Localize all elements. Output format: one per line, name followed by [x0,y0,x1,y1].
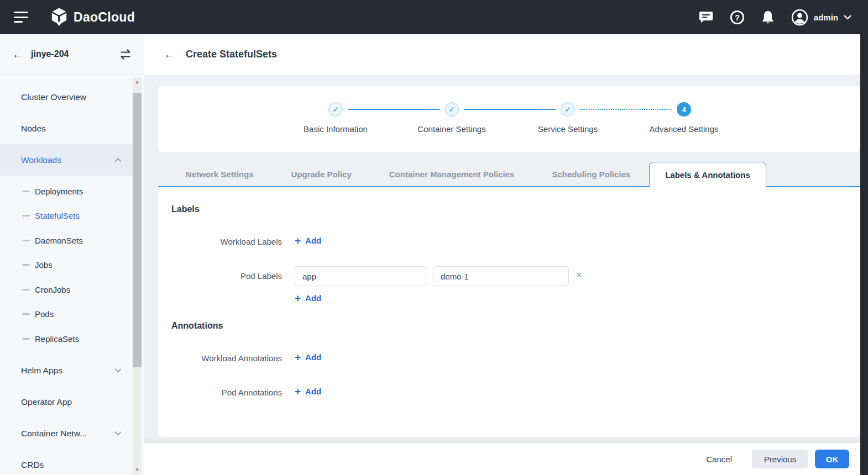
sidebar-item-pods[interactable]: Pods [0,302,133,327]
footer-action-bar: Cancel Previous OK [144,443,860,475]
notifications-bell-icon[interactable] [761,10,775,25]
ok-button[interactable]: OK [815,450,849,468]
avatar [791,9,808,26]
step-container-settings[interactable]: ✓ Container Settings [402,102,501,134]
sidebar-header: ← jinye-204 [0,34,144,75]
daocloud-cube-icon [50,8,68,27]
main-content: ✓ Basic Information ✓ Container Settings… [144,75,860,475]
plus-icon: + [295,235,301,246]
sidebar: ← jinye-204 Cluster Overview Nodes Workl… [0,34,144,475]
pod-label-key-input[interactable] [295,266,427,286]
sidebar-item-deployments[interactable]: Deployments [0,179,133,204]
step-advanced-settings[interactable]: 4 Advanced Settings [634,102,734,134]
page-scrollbar[interactable] [860,0,868,475]
chevron-down-icon [114,431,122,436]
dash-icon [22,191,30,192]
sidebar-item-container-network[interactable]: Container Netw... [0,418,133,450]
svg-text:?: ? [735,13,740,22]
step-basic-information[interactable]: ✓ Basic Information [286,102,385,134]
labels-annotations-form: Labels Workload Labels + Add Pod Labels … [158,187,860,437]
tab-labels-annotations[interactable]: Labels & Annotations [649,162,766,187]
sidebar-item-helm-apps[interactable]: Helm Apps [0,355,133,387]
sidebar-item-nodes[interactable]: Nodes [0,113,133,144]
plus-icon: + [295,293,301,303]
brand-name: DaoCloud [74,10,135,25]
pod-label-value-input[interactable] [433,266,569,286]
sidebar-item-daemonsets[interactable]: DaemonSets [0,228,133,253]
scroll-down-icon[interactable]: ▼ [133,465,142,475]
sidebar-item-cronjobs[interactable]: CronJobs [0,277,133,302]
cluster-name: jinye-204 [31,49,69,59]
sidebar-item-statefulsets[interactable]: StatefulSets [0,204,133,229]
dash-icon [22,313,30,315]
page-back-icon[interactable]: ← [164,48,175,61]
annotations-section-heading: Annotations [171,321,223,331]
sidebar-item-crds[interactable]: CRDs [0,450,133,475]
pod-annotations-label: Pod Annotations [158,388,282,397]
dash-icon [22,338,30,340]
add-pod-annotation-button[interactable]: + Add [295,386,321,397]
page-header: ← Create StatefulSets [144,34,860,75]
step-number: 4 [677,102,691,117]
help-icon[interactable]: ? [730,10,745,25]
tab-upgrade-policy[interactable]: Upgrade Policy [273,162,370,187]
dash-icon [22,215,30,217]
settings-tabs: Network Settings Upgrade Policy Containe… [158,162,860,187]
sidebar-item-workloads[interactable]: Workloads [0,144,133,176]
sidebar-item-cluster-overview[interactable]: Cluster Overview [0,81,133,113]
tab-scheduling-policies[interactable]: Scheduling Policies [533,162,649,187]
tab-container-management-policies[interactable]: Container Management Policies [370,162,534,187]
sidebar-item-replicasets[interactable]: ReplicaSets [0,326,133,351]
topbar: DaoCloud ? [0,0,868,34]
messages-icon[interactable] [699,10,713,24]
step-check-icon: ✓ [328,102,343,117]
plus-icon: + [295,352,301,362]
sidebar-item-operator-app[interactable]: Operator App [0,387,133,418]
remove-pod-label-icon[interactable]: ✕ [576,271,583,279]
hamburger-menu-icon[interactable] [14,12,28,23]
previous-button[interactable]: Previous [752,450,808,468]
sidebar-scrollbar[interactable]: ▲ ▼ [133,77,142,475]
chevron-down-icon [844,15,851,20]
sidebar-nav: Cluster Overview Nodes Workloads Deploym… [0,75,144,475]
tab-network-settings[interactable]: Network Settings [167,162,273,187]
add-pod-label-button[interactable]: + Add [295,293,321,303]
plus-icon: + [295,386,301,397]
scroll-up-icon[interactable]: ▲ [133,77,142,87]
username: admin [814,13,838,22]
pod-labels-label: Pod Labels [158,271,282,281]
user-menu[interactable]: admin [791,9,851,26]
add-workload-annotation-button[interactable]: + Add [295,352,321,362]
dash-icon [22,289,30,291]
labels-section-heading: Labels [171,204,200,214]
scrollbar-thumb[interactable] [133,93,142,367]
workload-labels-label: Workload Labels [158,237,282,246]
stepper: ✓ Basic Information ✓ Container Settings… [158,86,860,152]
add-workload-label-button[interactable]: + Add [295,235,321,246]
brand-logo: DaoCloud [50,8,135,27]
chevron-up-icon [114,158,122,162]
sidebar-item-jobs[interactable]: Jobs [0,253,133,278]
workloads-subgroup: Deployments StatefulSets DaemonSets Jobs… [0,179,144,351]
page-title: Create StatefulSets [186,49,277,60]
cluster-back-icon[interactable]: ← [12,49,23,60]
switch-cluster-icon[interactable] [119,49,132,60]
dash-icon [22,264,30,266]
step-check-icon: ✓ [561,102,575,117]
workload-annotations-label: Workload Annotations [158,353,282,363]
cancel-button[interactable]: Cancel [704,450,734,468]
chevron-down-icon [114,368,122,373]
step-check-icon: ✓ [445,102,459,117]
step-service-settings[interactable]: ✓ Service Settings [518,102,618,134]
dash-icon [22,240,30,241]
